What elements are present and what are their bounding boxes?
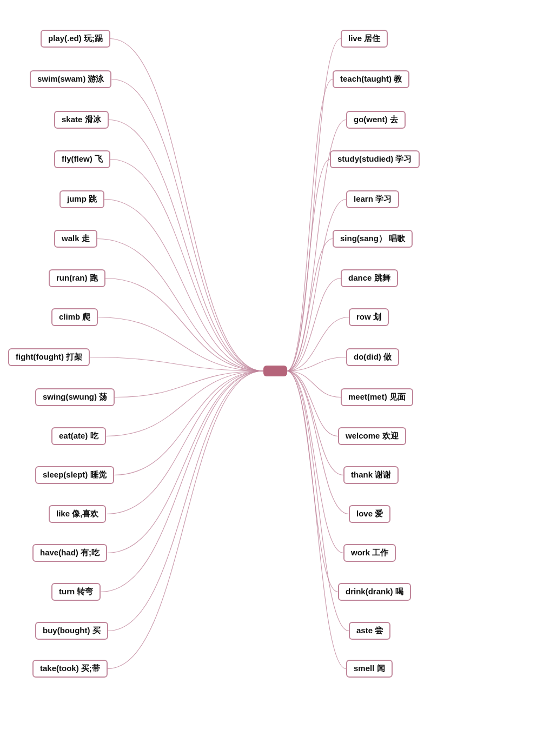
- node-like: like 像,喜欢: [49, 505, 106, 523]
- node-taste: aste 尝: [349, 622, 390, 640]
- node-sleep: sleep(slept) 睡觉: [35, 466, 114, 484]
- node-work: work 工作: [343, 544, 396, 562]
- node-have: have(had) 有;吃: [32, 544, 107, 562]
- node-drink: drink(drank) 喝: [338, 583, 411, 601]
- node-play: play(.ed) 玩;踢: [41, 30, 110, 48]
- node-row: row 划: [349, 308, 389, 326]
- center-node: [263, 366, 287, 376]
- node-skate: skate 滑冰: [54, 111, 109, 129]
- node-live: live 居住: [341, 30, 388, 48]
- mind-map: play(.ed) 玩;踢swim(swam) 游泳skate 滑冰fly(fl…: [0, 0, 550, 756]
- node-meet: meet(met) 见面: [341, 388, 413, 406]
- node-love: love 爱: [349, 505, 390, 523]
- node-fly: fly(flew) 飞: [54, 150, 110, 168]
- node-sing: sing(sang） 唱歌: [333, 230, 413, 248]
- node-dance: dance 跳舞: [341, 269, 398, 287]
- node-walk: walk 走: [54, 230, 97, 248]
- node-do: do(did) 做: [346, 348, 399, 366]
- node-learn: learn 学习: [346, 190, 399, 208]
- node-eat: eat(ate) 吃: [51, 427, 106, 445]
- node-go: go(went) 去: [346, 111, 406, 129]
- node-jump: jump 跳: [59, 190, 104, 208]
- node-turn: turn 转弯: [51, 583, 101, 601]
- node-thank: thank 谢谢: [343, 466, 399, 484]
- node-study: study(studied) 学习: [330, 150, 420, 168]
- node-teach: teach(taught) 教: [333, 70, 409, 88]
- node-swing: swing(swung) 荡: [35, 388, 115, 406]
- node-buy: buy(bought) 买: [35, 622, 108, 640]
- node-smell: smell 闻: [346, 660, 393, 678]
- node-run: run(ran) 跑: [49, 269, 105, 287]
- node-welcome: welcome 欢迎: [338, 427, 406, 445]
- node-take: take(took) 买;带: [32, 660, 108, 678]
- node-fight: fight(fought) 打架: [8, 348, 90, 366]
- node-climb: climb 爬: [51, 308, 98, 326]
- node-swim: swim(swam) 游泳: [30, 70, 111, 88]
